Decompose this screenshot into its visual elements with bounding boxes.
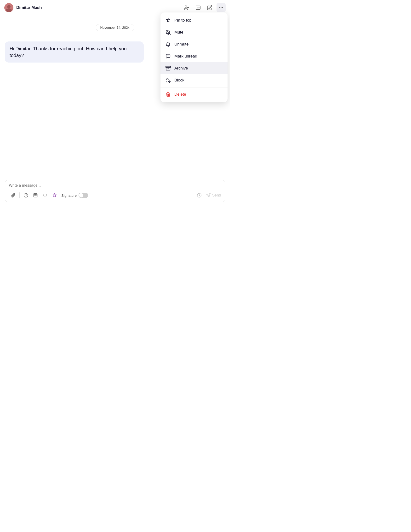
- svg-point-27: [167, 78, 168, 80]
- svg-point-10: [219, 7, 220, 8]
- menu-item-mark-unread[interactable]: Mark unread: [160, 50, 227, 62]
- svg-line-24: [166, 30, 170, 35]
- send-area: Send: [195, 191, 221, 200]
- menu-label-archive: Archive: [174, 66, 188, 71]
- format-button[interactable]: [31, 191, 40, 200]
- svg-point-13: [24, 193, 28, 198]
- code-button[interactable]: [41, 191, 49, 200]
- menu-label-block: Block: [174, 78, 184, 83]
- toggle-knob: [79, 193, 83, 198]
- unmute-icon: [165, 42, 171, 47]
- svg-point-3: [185, 6, 187, 7]
- archive-icon: [165, 66, 171, 71]
- delete-icon: [165, 92, 171, 97]
- emoji-button[interactable]: [22, 191, 30, 200]
- mark-unread-icon: [165, 54, 171, 59]
- block-icon: [165, 78, 171, 83]
- message-input-area: Signature Send: [5, 180, 225, 202]
- contact-card-button[interactable]: [194, 3, 203, 12]
- menu-divider: [160, 87, 227, 87]
- message-bubble: Hi Dimitar. Thanks for reaching out. How…: [5, 41, 144, 63]
- menu-item-pin[interactable]: Pin to top: [160, 14, 227, 26]
- edit-note-button[interactable]: [205, 3, 214, 12]
- date-badge: November 14, 2024: [96, 24, 134, 31]
- header-actions: [182, 3, 226, 12]
- svg-point-7: [197, 7, 198, 8]
- menu-label-mute: Mute: [174, 30, 184, 35]
- attach-button[interactable]: [9, 191, 18, 200]
- menu-label-pin: Pin to top: [174, 18, 192, 23]
- menu-label-unmute: Unmute: [174, 42, 189, 47]
- more-options-button[interactable]: [216, 3, 226, 12]
- input-toolbar: Signature Send: [9, 191, 221, 200]
- svg-point-1: [7, 5, 10, 8]
- signature-toggle[interactable]: [79, 193, 88, 198]
- signature-section: Signature: [61, 193, 88, 198]
- mute-icon: [165, 30, 171, 35]
- menu-label-mark-unread: Mark unread: [174, 54, 197, 59]
- send-button[interactable]: Send: [206, 193, 221, 198]
- menu-label-delete: Delete: [174, 92, 186, 97]
- ai-button[interactable]: [50, 191, 59, 200]
- svg-rect-25: [166, 66, 170, 67]
- message-input[interactable]: [9, 183, 221, 188]
- menu-item-archive[interactable]: Archive: [160, 62, 227, 74]
- signature-label: Signature: [61, 193, 77, 198]
- chat-contact-name: Dimitar Mash: [16, 5, 182, 10]
- add-user-button[interactable]: [182, 3, 191, 12]
- schedule-send-button[interactable]: [195, 191, 204, 200]
- svg-point-12: [222, 7, 223, 8]
- menu-item-delete[interactable]: Delete: [160, 88, 227, 100]
- dropdown-menu: Pin to top Mute Unmute: [160, 12, 227, 102]
- send-label: Send: [212, 193, 221, 198]
- menu-item-mute[interactable]: Mute: [160, 26, 227, 38]
- svg-point-2: [6, 8, 12, 12]
- toolbar-divider-1: [19, 192, 20, 198]
- svg-point-11: [221, 7, 221, 8]
- menu-item-block[interactable]: Block: [160, 74, 227, 86]
- avatar: [4, 3, 13, 12]
- menu-item-unmute[interactable]: Unmute: [160, 38, 227, 50]
- pin-icon: [165, 18, 171, 23]
